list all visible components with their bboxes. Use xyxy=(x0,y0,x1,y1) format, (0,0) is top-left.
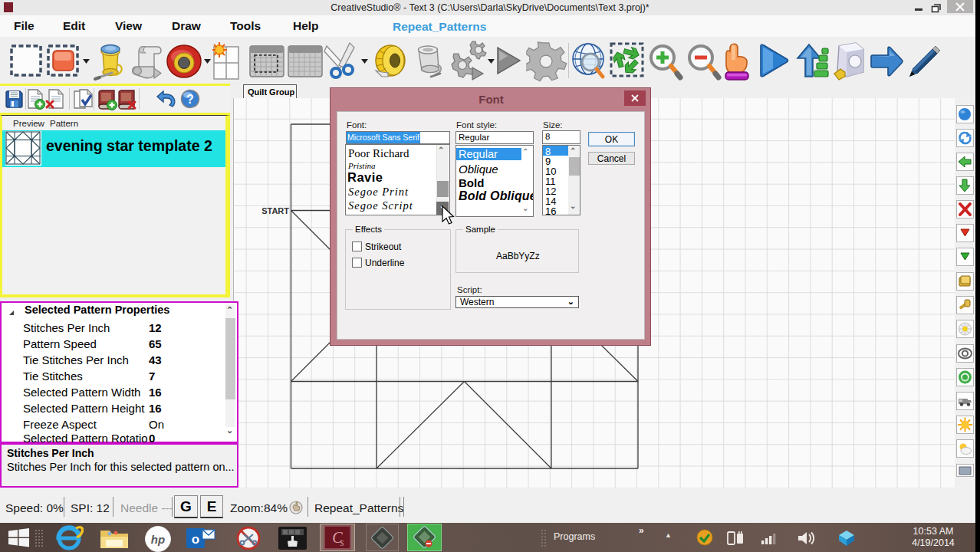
svg-text:hp: hp xyxy=(151,533,165,546)
svg-text:s: s xyxy=(340,537,344,548)
svg-text:?: ? xyxy=(186,93,194,106)
svg-text:START: START xyxy=(261,206,289,215)
svg-text:o: o xyxy=(192,532,199,547)
